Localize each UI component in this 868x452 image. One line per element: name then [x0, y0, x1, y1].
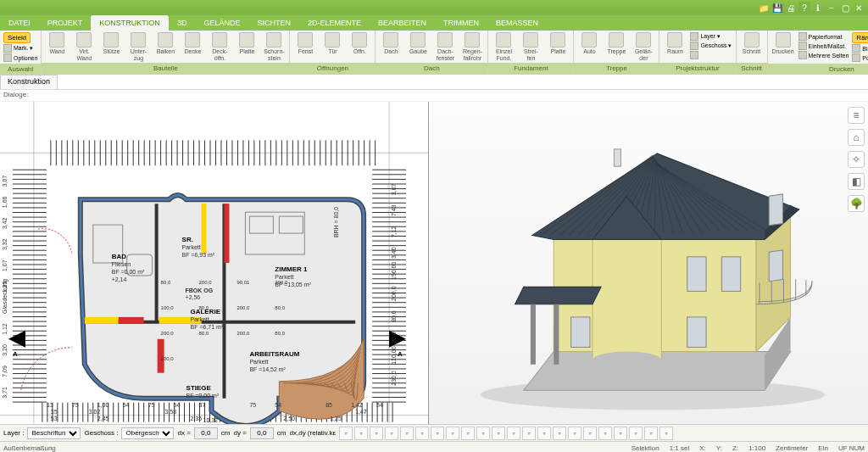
ribbon-wand[interactable]: Wand [45, 32, 69, 55]
v2-icon[interactable]: ▫ [644, 427, 658, 440]
hidden-icon[interactable]: ▫ [537, 427, 551, 440]
text-icon[interactable]: ▫ [400, 427, 414, 440]
dot-icon[interactable]: ▫ [553, 427, 566, 440]
status-selektion: Selektion [632, 444, 659, 452]
ribbon-raum[interactable]: Raum [663, 32, 687, 55]
menu-tab-bearbeiten[interactable]: BEARBEITEN [370, 15, 435, 31]
dx-input[interactable] [194, 427, 218, 439]
menu-tab-projekt[interactable]: PROJEKT [39, 15, 92, 31]
ribbon-group-label: Treppe [574, 63, 659, 74]
menu-tab-3d[interactable]: 3D [169, 15, 196, 31]
wire-icon[interactable]: ▫ [522, 427, 536, 440]
folder-icon[interactable]: 📁 [758, 2, 770, 14]
status-z: Z: [732, 444, 738, 452]
menu-tab-bemassen[interactable]: BEMASSEN [487, 15, 547, 31]
save-icon[interactable]: 💾 [771, 2, 783, 14]
view-2d[interactable]: A A BADFliesenBF =0,00 m²+2,14SR.Parkett… [0, 102, 429, 424]
v3-icon[interactable]: ▫ [659, 427, 673, 440]
solid-icon[interactable]: ▫ [507, 427, 520, 440]
ribbon-stack-item[interactable]: Mark. ▾ [3, 44, 37, 53]
ribbon-stack-item[interactable]: Mehrere Seiten [798, 51, 849, 59]
menu-tab-konstruktion[interactable]: KONSTRUKTION [91, 15, 169, 31]
ribbon-decke[interactable]: Decke [181, 32, 204, 55]
ribbon-stack-item[interactable]: Geschoss ▾ [690, 42, 732, 50]
ribbon-stack-item[interactable] [690, 51, 732, 59]
info-icon[interactable]: ℹ [812, 2, 824, 14]
layers-icon[interactable]: ≡ [848, 107, 865, 124]
view-3d[interactable]: ≡ ⌂ ✧ ◧ 🌳 [429, 102, 868, 424]
ribbon-schnitt[interactable]: Schnitt [740, 32, 764, 55]
ribbon-st-tze[interactable]: Stütze [99, 32, 123, 55]
ribbon-stack-item[interactable]: Selekt [3, 32, 37, 43]
status-left: Außenbemaßung [3, 444, 56, 452]
ribbon-t-r[interactable]: Tür [320, 32, 344, 55]
ribbon-stack-item[interactable]: Optionen [3, 53, 37, 62]
ribbon-fenst[interactable]: Fenst [293, 32, 317, 55]
svg-text:54: 54 [123, 402, 130, 408]
abc-icon[interactable]: ▫ [415, 427, 429, 440]
ribbon-balken[interactable]: Balken [153, 32, 177, 55]
help-icon[interactable]: ? [798, 2, 810, 14]
ribbon-einzel-fund-[interactable]: EinzelFund. [492, 32, 515, 61]
cube-icon[interactable]: ◧ [848, 173, 865, 190]
ribbon-platte[interactable]: Platte [235, 32, 259, 55]
ribbon-dach[interactable]: Dach [379, 32, 403, 55]
v1-icon[interactable]: ▫ [629, 427, 643, 440]
ribbon-stack-item[interactable]: Layer ▾ [690, 32, 732, 41]
dim1-icon[interactable]: ▫ [446, 427, 459, 440]
menu-tab-gelände[interactable]: GELÄNDE [195, 15, 248, 31]
color-icon[interactable]: ▫ [476, 427, 490, 440]
dy-input[interactable] [250, 427, 274, 439]
layers-icon[interactable]: ▫ [492, 427, 505, 440]
dim2-icon[interactable]: ▫ [461, 427, 475, 440]
compass-icon[interactable]: ✧ [848, 151, 865, 168]
ribbon-dach-fenster[interactable]: Dach-fenster [433, 32, 457, 61]
ribbon-stack-item[interactable]: Ränder einblend. [852, 32, 868, 43]
house-icon[interactable]: ⌂ [848, 129, 865, 146]
tree-icon[interactable]: 🌳 [848, 195, 865, 212]
minimize-icon[interactable]: − [826, 2, 837, 14]
ribbon-gaube[interactable]: Gaube [406, 32, 430, 55]
menu-tab-2d-elemente[interactable]: 2D-ELEMENTE [299, 15, 370, 31]
ribbon-stack-item[interactable]: Pos zurücksetz. [852, 53, 868, 62]
ruler-icon[interactable]: ▫ [431, 427, 444, 440]
menu-tab-trimmen[interactable]: TRIMMEN [435, 15, 487, 31]
maximize-icon[interactable]: ▢ [839, 2, 851, 14]
menu-tab-sichten[interactable]: SICHTEN [248, 15, 299, 31]
ribbon-virt-wand[interactable]: Virt.Wand [72, 32, 96, 61]
ribbon-strei-fen[interactable]: Strei-fen [519, 32, 542, 61]
ribbon-deck-ffn-[interactable]: Deck-öffn. [208, 32, 231, 61]
svg-text:200,0: 200,0 [161, 356, 175, 361]
svg-rect-375 [531, 304, 536, 365]
align-right-icon[interactable]: ▫ [370, 427, 383, 440]
svg-text:13: 13 [47, 402, 53, 408]
align-justify-icon[interactable]: ▫ [385, 427, 398, 440]
ribbon--ffn-[interactable]: Öffn. [348, 32, 371, 55]
align-left-icon[interactable]: ▫ [339, 427, 353, 440]
svg-text:3,02: 3,02 [89, 409, 101, 415]
align-center-icon[interactable]: ▫ [354, 427, 368, 440]
grid1-icon[interactable]: ▫ [568, 427, 581, 440]
ribbon-stack-item[interactable]: Papierformat [798, 32, 849, 41]
coord-mode[interactable]: dx,dy (relativ.kε [290, 429, 337, 437]
document-tab[interactable]: Konstruktion [0, 75, 58, 89]
close-icon[interactable]: ✕ [853, 2, 865, 14]
zoom-icon[interactable]: ▫ [614, 427, 627, 440]
ribbon-platte[interactable]: Platte [546, 32, 570, 55]
ribbon-schorn-stein[interactable]: Schorn-stein [262, 32, 286, 61]
ribbon-gel-n-der[interactable]: Gelän-der [632, 32, 655, 61]
print-icon[interactable]: 🖨 [785, 2, 797, 14]
ribbon-auto[interactable]: Auto [577, 32, 601, 55]
geschoss-select[interactable]: Obergesch [121, 427, 174, 439]
ribbon-group-drucken: DruckenPapierformatEinheit/Maßst.Mehrere… [768, 31, 869, 74]
grid2-icon[interactable]: ▫ [583, 427, 597, 440]
ribbon-drucken[interactable]: Drucken [771, 32, 795, 55]
ribbon-stack-item[interactable]: Blatt position. [852, 44, 868, 53]
grid3-icon[interactable]: ▫ [598, 427, 612, 440]
ribbon-regen-fallrohr[interactable]: Regen-fallrohr [460, 32, 484, 61]
ribbon-treppe[interactable]: Treppe [604, 32, 628, 55]
ribbon-unter-zug[interactable]: Unter-zug [126, 32, 150, 61]
menu-tab-datei[interactable]: DATEI [0, 15, 39, 31]
ribbon-stack-item[interactable]: Einheit/Maßst. [798, 42, 849, 50]
layer-select[interactable]: Beschriftun [27, 427, 81, 439]
